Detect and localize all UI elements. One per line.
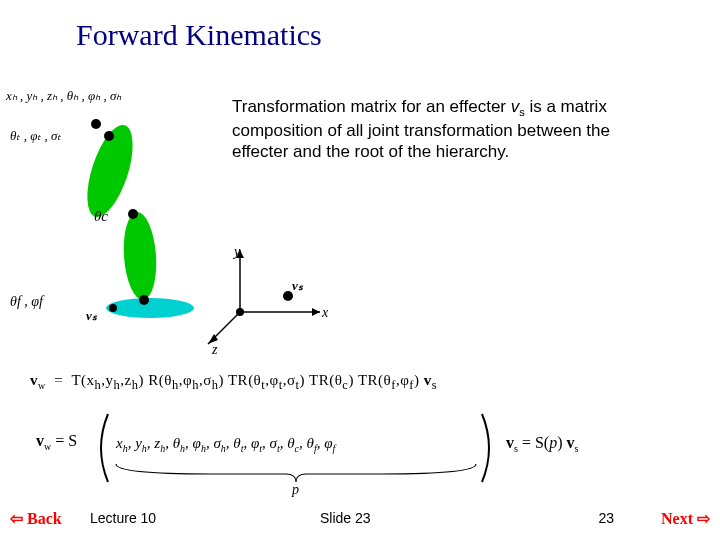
svg-point-4: [104, 131, 114, 141]
axis-y-label: y: [234, 244, 240, 260]
lecture-label: Lecture 10: [90, 510, 156, 526]
svg-point-6: [139, 295, 149, 305]
equation-1: vw = T(xh,yh,zh) R(θh,φh,σh) TR(θt,φt,σt…: [30, 372, 690, 393]
leg-diagram: xₕ , yₕ , zₕ , θₕ , φₕ , σₕ θₜ , φₜ , σₜ…: [10, 86, 230, 366]
svg-point-7: [109, 304, 117, 312]
svg-text:xh, yh, zh, θh, φh, σh, θt, φt: xh, yh, zh, θh, φh, σh, θt, φt, σt, θc, …: [115, 435, 337, 454]
description-paragraph: Transformation matrix for an effecter vs…: [232, 96, 662, 163]
svg-point-5: [128, 209, 138, 219]
slide-title: Forward Kinematics: [0, 0, 720, 52]
svg-point-2: [106, 298, 194, 318]
svg-point-14: [236, 308, 244, 316]
slide-number: Slide 23: [320, 510, 371, 526]
svg-text:vw = S: vw = S: [36, 432, 77, 452]
page-number: 23: [598, 510, 614, 526]
arrow-right-icon: ⇨: [693, 510, 710, 527]
svg-text:p: p: [291, 482, 299, 497]
label-hip: xₕ , yₕ , zₕ , θₕ , φₕ , σₕ: [6, 88, 121, 104]
eq1-body: T(xh,yh,zh) R(θh,φh,σh) TR(θt,φt,σt) TR(…: [71, 372, 437, 388]
para-pre: Transformation matrix for an effecter: [232, 97, 511, 116]
back-button[interactable]: ⇦ Back: [10, 509, 62, 528]
svg-text:vs = S(p) vs: vs = S(p) vs: [506, 434, 578, 454]
next-button[interactable]: Next ⇨: [661, 509, 710, 528]
label-foot: θf , φf: [10, 294, 43, 310]
equation-2: vw = S xh, yh, zh, θh, φh, σh, θt, φt, σ…: [30, 408, 690, 488]
label-thigh: θₜ , φₜ , σₜ: [10, 128, 62, 144]
svg-point-3: [91, 119, 101, 129]
axis-z-label: z: [212, 342, 217, 358]
svg-point-1: [121, 211, 159, 301]
back-label: Back: [27, 510, 62, 527]
axis-vs-label: vₛ: [292, 278, 303, 294]
vs-symbol: v: [511, 97, 520, 116]
footer: ⇦ Back Lecture 10 Slide 23 23 Next ⇨: [0, 506, 720, 534]
arrow-left-icon: ⇦: [10, 510, 27, 527]
label-vs-left: vₛ: [86, 308, 97, 324]
next-label: Next: [661, 510, 693, 527]
axes-diagram: y x z vₛ: [200, 250, 340, 360]
label-calf: θc: [94, 208, 108, 225]
svg-marker-9: [312, 308, 320, 316]
axis-x-label: x: [322, 305, 328, 321]
